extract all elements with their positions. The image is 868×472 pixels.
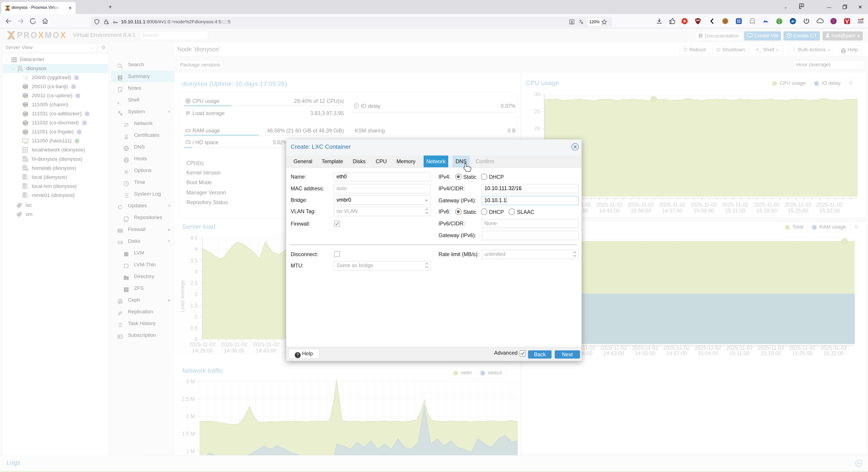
svg-text:A: A [581,21,583,25]
svg-text:1: 1 [801,4,802,7]
